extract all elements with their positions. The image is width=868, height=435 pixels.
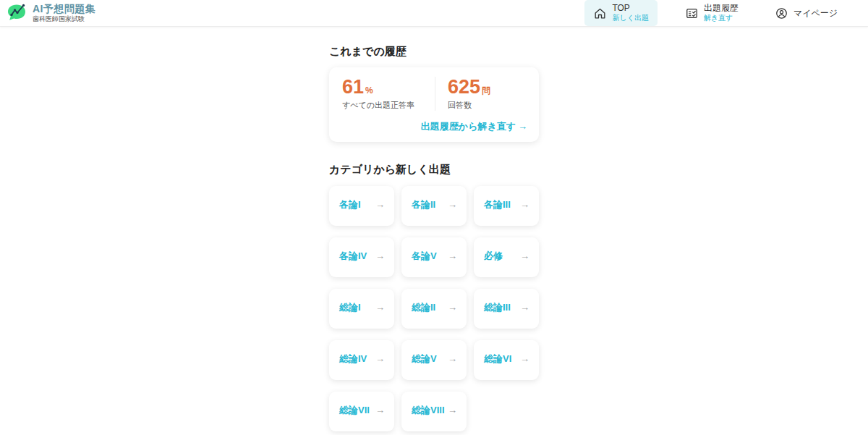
category-card-souron-3[interactable]: 総論III → xyxy=(474,289,539,329)
category-card-souron-6[interactable]: 総論VI → xyxy=(474,340,539,380)
chat-bubble-chart-icon xyxy=(6,2,27,24)
nav-top-texts: TOP 新しく出題 xyxy=(612,3,648,23)
stat-answered-unit: 問 xyxy=(482,85,490,96)
app-logo[interactable]: AI予想問題集 歯科医師国家試験 xyxy=(6,2,96,24)
category-label: 総論VIII xyxy=(412,404,445,417)
category-card-kakuron-2[interactable]: 各論II → xyxy=(401,186,467,226)
stat-answered: 625問 回答数 xyxy=(435,77,527,111)
nav-item-mypage[interactable]: マイページ xyxy=(766,4,846,23)
nav-item-history[interactable]: 出題履歴 解き直す xyxy=(676,0,747,26)
right-arrow-icon: → xyxy=(448,250,457,261)
nav-history-sublabel: 解き直す xyxy=(704,14,739,23)
nav-item-top[interactable]: TOP 新しく出題 xyxy=(584,0,657,26)
category-card-souron-4[interactable]: 総論IV → xyxy=(329,340,394,380)
category-card-souron-2[interactable]: 総論II → xyxy=(401,289,467,329)
right-arrow-icon: → xyxy=(520,199,529,210)
right-arrow-icon: → xyxy=(520,302,529,313)
nav-history-label: 出題履歴 xyxy=(704,3,739,14)
right-arrow-icon: → xyxy=(448,199,457,210)
right-arrow-icon: → xyxy=(375,199,385,210)
category-label: 総論VII xyxy=(339,404,370,417)
stat-accuracy-value-line: 61% xyxy=(342,77,435,97)
stat-accuracy-value: 61 xyxy=(342,76,364,98)
stats-row: 61% すべての出題正答率 625問 回答数 xyxy=(342,77,527,111)
right-arrow-icon: → xyxy=(518,121,527,132)
nav-top-label: TOP xyxy=(612,3,648,14)
right-arrow-icon: → xyxy=(375,302,385,313)
stats-link-row: 出題履歴から解き直す→ xyxy=(342,119,527,133)
category-card-souron-7[interactable]: 総論VII → xyxy=(329,392,394,431)
category-card-kakuron-4[interactable]: 各論IV → xyxy=(329,237,394,277)
right-arrow-icon: → xyxy=(520,250,529,261)
category-label: 各論V xyxy=(412,250,437,263)
category-card-kakuron-1[interactable]: 各論I → xyxy=(329,186,394,226)
stat-accuracy: 61% すべての出題正答率 xyxy=(342,77,435,111)
category-card-souron-8[interactable]: 総論VIII → xyxy=(401,392,467,431)
stat-answered-label: 回答数 xyxy=(448,100,527,111)
category-card-hisshu[interactable]: 必修 → xyxy=(474,237,539,277)
stat-accuracy-label: すべての出題正答率 xyxy=(342,100,435,111)
nav-history-texts: 出題履歴 解き直す xyxy=(704,3,739,23)
stat-answered-value: 625 xyxy=(448,76,480,98)
nav-top-sublabel: 新しく出題 xyxy=(612,14,648,23)
history-stats-card: 61% すべての出題正答率 625問 回答数 出題履歴から解き直す→ xyxy=(329,67,539,142)
account-circle-icon xyxy=(775,7,788,20)
header-nav: TOP 新しく出題 出題履歴 解き直す xyxy=(584,0,846,26)
right-arrow-icon: → xyxy=(448,353,457,364)
logo-text: AI予想問題集 歯科医師国家試験 xyxy=(33,3,96,22)
category-label: 各論I xyxy=(339,198,361,211)
right-arrow-icon: → xyxy=(375,353,385,364)
retry-from-history-link[interactable]: 出題履歴から解き直す→ xyxy=(421,121,527,132)
category-label: 総論I xyxy=(339,301,361,314)
retry-link-label: 出題履歴から解き直す xyxy=(421,121,516,132)
app-title: AI予想問題集 xyxy=(33,3,96,14)
history-checklist-icon xyxy=(685,7,699,20)
category-label: 総論IV xyxy=(339,352,367,366)
category-card-kakuron-3[interactable]: 各論III → xyxy=(474,186,539,226)
category-label: 総論III xyxy=(484,301,511,314)
stat-accuracy-unit: % xyxy=(365,85,373,96)
category-label: 総論V xyxy=(412,352,437,366)
main-content: これまでの履歴 61% すべての出題正答率 625問 回答数 出題履歴から解き直… xyxy=(329,27,539,431)
category-card-kakuron-5[interactable]: 各論V → xyxy=(401,237,467,277)
category-grid: 各論I → 各論II → 各論III → 各論IV → 各論V → 必修 → 総… xyxy=(329,186,539,431)
category-card-souron-1[interactable]: 総論I → xyxy=(329,289,394,329)
app-subtitle: 歯科医師国家試験 xyxy=(33,15,96,22)
right-arrow-icon: → xyxy=(520,353,529,364)
history-section-heading: これまでの履歴 xyxy=(329,27,539,59)
category-section-heading: カテゴリから新しく出題 xyxy=(329,142,539,177)
home-icon xyxy=(593,7,607,20)
category-label: 各論IV xyxy=(339,250,367,263)
category-label: 各論II xyxy=(412,198,435,211)
stat-answered-value-line: 625問 xyxy=(448,77,527,97)
right-arrow-icon: → xyxy=(448,302,457,313)
category-label: 必修 xyxy=(484,250,503,263)
right-arrow-icon: → xyxy=(375,405,385,415)
right-arrow-icon: → xyxy=(448,405,457,415)
right-arrow-icon: → xyxy=(375,250,385,261)
category-label: 各論III xyxy=(484,198,511,211)
category-card-souron-5[interactable]: 総論V → xyxy=(401,340,467,380)
nav-mypage-label: マイページ xyxy=(793,8,838,19)
category-label: 総論VI xyxy=(484,352,511,366)
category-label: 総論II xyxy=(412,301,435,314)
app-header: AI予想問題集 歯科医師国家試験 TOP 新しく出題 出題履 xyxy=(0,0,868,27)
nav-mypage-texts: マイページ xyxy=(793,8,838,19)
